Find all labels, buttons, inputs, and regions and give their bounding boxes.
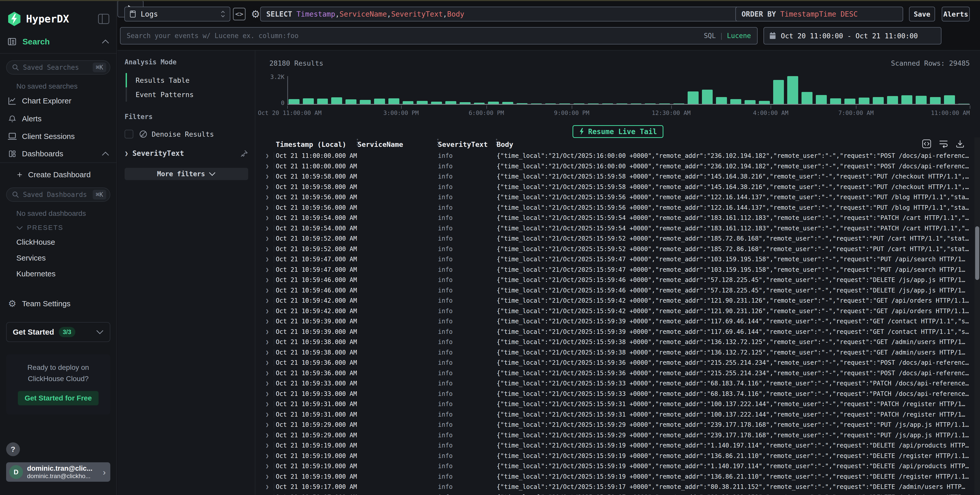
table-row[interactable]: ❯Oct 21 10:59:46.000 AMinfo{"time_local"… <box>256 285 974 296</box>
expand-row-icon[interactable]: ❯ <box>266 420 269 430</box>
presets-toggle[interactable]: PRESETS <box>0 219 116 234</box>
language-toggle-sql[interactable]: SQL <box>704 32 716 40</box>
help-button[interactable]: ? <box>6 442 20 456</box>
user-menu[interactable]: D dominic.tran@clic... dominic.tran@clic… <box>6 462 110 482</box>
sidebar-item-dashboards[interactable]: Dashboards <box>0 145 116 162</box>
table-row[interactable]: ❯Oct 21 10:59:19.000 AMinfo{"time_local"… <box>256 471 974 482</box>
table-row[interactable]: ❯Oct 21 10:59:47.000 AMinfo{"time_local"… <box>256 254 974 264</box>
histogram-bar[interactable] <box>773 80 784 104</box>
histogram-bar[interactable] <box>673 103 684 104</box>
saved-dashboards-input[interactable]: Saved Dashboards ⌘K <box>6 188 110 202</box>
mode-event-patterns[interactable]: Event Patterns <box>126 88 248 102</box>
histogram-bar[interactable] <box>331 97 342 104</box>
histogram-bar[interactable] <box>787 76 798 104</box>
events-histogram[interactable] <box>287 76 970 105</box>
histogram-bar[interactable] <box>545 103 556 104</box>
sidebar-item-alerts[interactable]: Alerts <box>0 110 116 128</box>
expand-row-icon[interactable]: ❯ <box>266 182 269 192</box>
expand-row-icon[interactable]: ❯ <box>266 223 269 234</box>
col-severitytext[interactable]: SeverityText <box>438 140 488 148</box>
table-row[interactable]: ❯Oct 21 10:59:52.000 AMinfo{"time_local"… <box>256 234 974 244</box>
expand-row-icon[interactable]: ❯ <box>266 451 269 461</box>
histogram-bar[interactable] <box>602 103 613 104</box>
expand-row-icon[interactable]: ❯ <box>266 316 269 327</box>
collapse-sidebar-icon[interactable] <box>98 14 109 24</box>
get-started-free-button[interactable]: Get Started for Free <box>18 391 99 405</box>
sql-editor-toggle-icon[interactable]: <> <box>233 8 246 21</box>
histogram-bar[interactable] <box>317 99 328 104</box>
histogram-bar[interactable] <box>759 101 770 104</box>
table-row[interactable]: ❯Oct 21 10:59:47.000 AMinfo{"time_local"… <box>256 264 974 275</box>
histogram-bar[interactable] <box>288 99 299 104</box>
preset-kubernetes[interactable]: Kubernetes <box>0 266 116 282</box>
download-icon[interactable] <box>956 139 965 148</box>
get-started-card[interactable]: Get Started 3/3 <box>6 322 110 342</box>
histogram-bar[interactable] <box>360 100 371 104</box>
log-table-body[interactable]: ❯Oct 21 11:00:00.000 AMinfo{"time_local"… <box>256 151 974 495</box>
table-row[interactable]: ❯Oct 21 10:59:58.000 AMinfo{"time_local"… <box>256 182 974 192</box>
col-body[interactable]: Body <box>496 140 513 148</box>
histogram-bar[interactable] <box>559 103 570 104</box>
expand-row-icon[interactable]: ❯ <box>266 492 269 495</box>
table-row[interactable]: ❯Oct 21 10:59:52.000 AMinfo{"time_local"… <box>256 244 974 255</box>
histogram-bar[interactable] <box>402 101 414 104</box>
expand-row-icon[interactable]: ❯ <box>266 368 269 379</box>
lucene-search-input[interactable]: Search your events w/ Lucene ex. column:… <box>120 27 757 45</box>
table-row[interactable]: ❯Oct 21 10:59:36.000 AMinfo{"time_local"… <box>256 358 974 368</box>
histogram-bar[interactable] <box>687 91 698 104</box>
expand-row-icon[interactable]: ❯ <box>266 347 269 358</box>
table-row[interactable]: ❯Oct 21 10:59:38.000 AMinfo{"time_local"… <box>256 347 974 358</box>
expand-row-icon[interactable]: ❯ <box>266 461 269 471</box>
table-row[interactable]: ❯Oct 21 10:59:39.000 AMinfo{"time_local"… <box>256 316 974 327</box>
scrollbar-track[interactable] <box>974 137 980 495</box>
histogram-bar[interactable] <box>702 90 713 104</box>
col-servicename[interactable]: ServiceName <box>358 140 403 148</box>
table-row[interactable]: ❯Oct 21 10:59:17.000 AMinfo{"time_local"… <box>256 482 974 492</box>
expand-row-icon[interactable]: ❯ <box>266 399 269 409</box>
expand-row-icon[interactable]: ❯ <box>266 306 269 317</box>
histogram-bar[interactable] <box>730 99 741 104</box>
histogram-bar[interactable] <box>887 96 898 104</box>
histogram-bar[interactable] <box>431 102 442 104</box>
sidebar-item-chart-explorer[interactable]: Chart Explorer <box>0 92 116 110</box>
create-dashboard-button[interactable]: Create Dashboard <box>0 166 116 183</box>
denoise-checkbox[interactable] <box>125 130 133 138</box>
table-row[interactable]: ❯Oct 21 10:59:29.000 AMinfo{"time_local"… <box>256 420 974 430</box>
saved-searches-input[interactable]: Saved Searches ⌘K <box>6 60 110 75</box>
expand-row-icon[interactable]: ❯ <box>266 296 269 306</box>
table-row[interactable]: ❯Oct 21 11:00:00.000 AMinfo{"time_local"… <box>256 151 974 161</box>
expand-row-icon[interactable]: ❯ <box>266 171 269 182</box>
expand-row-icon[interactable]: ❯ <box>266 327 269 337</box>
histogram-bar[interactable] <box>859 97 870 104</box>
histogram-bar[interactable] <box>816 95 827 104</box>
chevron-up-icon[interactable] <box>102 151 109 156</box>
histogram-bar[interactable] <box>830 98 841 104</box>
expand-row-icon[interactable]: ❯ <box>266 151 269 161</box>
table-row[interactable]: ❯Oct 21 10:59:17.000 AMinfo{"time_local"… <box>256 492 974 495</box>
histogram-bar[interactable] <box>645 103 656 104</box>
histogram-bar[interactable] <box>616 103 627 104</box>
histogram-bar[interactable] <box>745 100 756 104</box>
histogram-bar[interactable] <box>631 103 642 104</box>
histogram-bar[interactable] <box>388 98 399 104</box>
source-select[interactable]: Logs <box>124 6 230 21</box>
histogram-bar[interactable] <box>916 96 927 104</box>
resume-live-tail-button[interactable]: Resume Live Tail <box>573 125 663 138</box>
histogram-bar[interactable] <box>573 103 584 104</box>
histogram-bar[interactable] <box>474 103 485 104</box>
expand-row-icon[interactable]: ❯ <box>266 192 269 202</box>
expand-row-icon[interactable]: ❯ <box>266 285 269 296</box>
table-row[interactable]: ❯Oct 21 10:59:58.000 AMinfo{"time_local"… <box>256 171 974 182</box>
table-row[interactable]: ❯Oct 21 10:59:42.000 AMinfo{"time_local"… <box>256 306 974 317</box>
more-filters-button[interactable]: More filters <box>125 168 248 180</box>
preset-clickhouse[interactable]: ClickHouse <box>0 234 116 250</box>
expand-row-icon[interactable]: ❯ <box>266 275 269 285</box>
expand-row-icon[interactable]: ❯ <box>266 337 269 347</box>
expand-row-icon[interactable]: ❯ <box>266 254 269 264</box>
expand-row-icon[interactable]: ❯ <box>266 244 269 255</box>
expand-row-icon[interactable]: ❯ <box>266 389 269 399</box>
filter-group-severitytext[interactable]: ❯ SeverityText <box>125 149 248 158</box>
histogram-bar[interactable] <box>588 103 599 104</box>
histogram-bar[interactable] <box>901 95 912 104</box>
save-button[interactable]: Save <box>909 6 935 21</box>
